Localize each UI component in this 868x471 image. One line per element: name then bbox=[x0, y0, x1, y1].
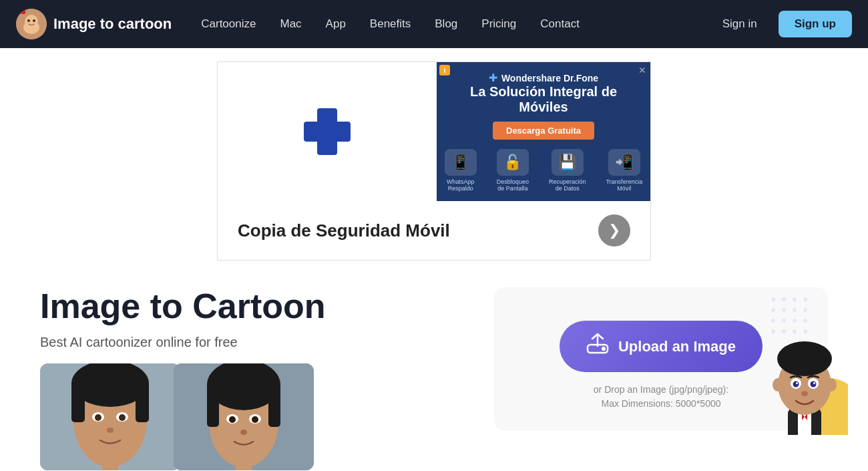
svg-point-31 bbox=[771, 297, 775, 301]
nav-item-blog[interactable]: Blog bbox=[424, 12, 468, 36]
upload-button[interactable]: Upload an Image bbox=[560, 321, 763, 372]
svg-rect-19 bbox=[102, 462, 118, 470]
svg-point-29 bbox=[240, 430, 247, 435]
ad-close-button[interactable]: ✕ bbox=[638, 65, 646, 75]
svg-point-57 bbox=[826, 378, 837, 391]
hero-images bbox=[40, 363, 467, 470]
ad-right-panel: i ✕ ✚ Wondershare Dr.Fone La Solución In… bbox=[437, 62, 650, 201]
svg-point-61 bbox=[811, 381, 817, 387]
ad-info-badge[interactable]: i bbox=[439, 65, 450, 75]
upload-hint: or Drop an Image (jpg/png/jpeg): Max Dim… bbox=[594, 383, 728, 411]
ad-icon-recovery: 💾 Recuperación de Datos bbox=[549, 149, 586, 192]
svg-point-62 bbox=[796, 382, 798, 384]
hero-photo-2 bbox=[174, 363, 314, 470]
logo-text: Image to cartoon bbox=[53, 15, 172, 33]
svg-point-55 bbox=[777, 341, 832, 376]
ad-icon-transfer: 📲 Transferencia Móvil bbox=[606, 149, 642, 192]
ad-icon-unlock: 🔓 Desbloqueo de Pantalla bbox=[497, 149, 529, 192]
svg-point-28 bbox=[252, 416, 258, 423]
svg-point-32 bbox=[782, 297, 786, 301]
nav-logo[interactable]: AI Image to cartoon bbox=[16, 9, 172, 39]
ad-icon-recovery-label: Recuperación de Datos bbox=[549, 178, 586, 192]
hero-title: Image to Cartoon bbox=[40, 287, 467, 325]
ad-arrow-button[interactable]: ❯ bbox=[598, 214, 630, 247]
svg-point-36 bbox=[782, 308, 786, 312]
svg-point-2 bbox=[25, 15, 38, 28]
svg-rect-8 bbox=[304, 122, 351, 142]
plus-icon bbox=[297, 102, 357, 162]
main-content: Image to Cartoon Best AI cartoonizer onl… bbox=[0, 267, 868, 470]
svg-rect-13 bbox=[136, 382, 149, 422]
nav-item-cartoonize[interactable]: Cartoonize bbox=[190, 12, 266, 36]
nav-item-app[interactable]: App bbox=[315, 12, 357, 36]
svg-rect-12 bbox=[71, 382, 85, 422]
svg-point-48 bbox=[602, 347, 606, 351]
ad-left-panel bbox=[218, 62, 437, 201]
ad-icon-unlock-label: Desbloqueo de Pantalla bbox=[497, 178, 529, 192]
hero-subtitle: Best AI cartoonizer online for free bbox=[40, 335, 467, 350]
ad-icon-recovery-box: 💾 bbox=[552, 149, 584, 176]
svg-point-17 bbox=[119, 414, 126, 421]
svg-point-3 bbox=[27, 19, 30, 22]
cartoon-preview bbox=[761, 321, 848, 438]
ad-icon-unlock-box: 🔓 bbox=[497, 149, 529, 176]
ad-section: i ✕ ✚ Wondershare Dr.Fone La Solución In… bbox=[0, 48, 868, 267]
svg-rect-23 bbox=[207, 383, 219, 427]
ad-icon-transfer-label: Transferencia Móvil bbox=[606, 178, 642, 192]
svg-point-56 bbox=[773, 378, 783, 391]
right-section: Upload an Image or Drop an Image (jpg/pn… bbox=[494, 287, 828, 431]
ad-title: La Solución Integral de Móviles bbox=[446, 84, 641, 115]
svg-point-34 bbox=[803, 297, 807, 301]
nav-item-contact[interactable]: Contact bbox=[529, 12, 590, 36]
svg-point-16 bbox=[95, 414, 101, 421]
ad-icon-whatsapp: 📱 WhatsApp Respaldo bbox=[445, 149, 477, 192]
ad-icon-transfer-box: 📲 bbox=[608, 149, 640, 176]
ad-icon-whatsapp-label: WhatsApp Respaldo bbox=[445, 178, 477, 192]
ad-icon-whatsapp-box: 📱 bbox=[445, 149, 477, 176]
hero-photo-1 bbox=[40, 363, 180, 470]
ad-cta-button[interactable]: Descarga Gratuita bbox=[493, 122, 594, 140]
signin-link[interactable]: Sign in bbox=[712, 12, 768, 36]
svg-point-60 bbox=[793, 381, 799, 387]
logo-avatar: AI bbox=[16, 9, 47, 39]
nav-item-pricing[interactable]: Pricing bbox=[471, 12, 527, 36]
svg-point-33 bbox=[793, 297, 797, 301]
signup-button[interactable]: Sign up bbox=[779, 11, 852, 37]
ad-brand-name: Wondershare Dr.Fone bbox=[501, 73, 598, 84]
svg-text:AI: AI bbox=[17, 10, 21, 14]
svg-point-63 bbox=[813, 382, 815, 384]
svg-point-64 bbox=[801, 391, 808, 396]
ad-banner: i ✕ ✚ Wondershare Dr.Fone La Solución In… bbox=[217, 61, 651, 261]
ad-bottom-text: Copia de Seguridad Móvil bbox=[238, 220, 450, 241]
svg-point-18 bbox=[107, 428, 114, 433]
ad-brand: ✚ Wondershare Dr.Fone bbox=[489, 71, 598, 84]
upload-button-label: Upload an Image bbox=[618, 338, 736, 355]
svg-point-37 bbox=[793, 308, 797, 312]
navbar: AI Image to cartoon Cartoonize Mac App B… bbox=[0, 0, 868, 48]
ad-icons-row: 📱 WhatsApp Respaldo 🔓 Desbloqueo de Pant… bbox=[445, 149, 642, 192]
svg-point-35 bbox=[771, 308, 775, 312]
svg-point-38 bbox=[803, 308, 807, 312]
ad-bottom-bar: Copia de Seguridad Móvil ❯ bbox=[218, 201, 650, 260]
svg-rect-24 bbox=[268, 383, 280, 427]
left-section: Image to Cartoon Best AI cartoonizer onl… bbox=[40, 287, 467, 470]
svg-rect-30 bbox=[236, 464, 252, 470]
svg-point-27 bbox=[229, 416, 236, 423]
nav-item-mac[interactable]: Mac bbox=[269, 12, 312, 36]
nav-item-benefits[interactable]: Benefits bbox=[359, 12, 421, 36]
nav-links: Cartoonize Mac App Benefits Blog Pricing… bbox=[190, 12, 706, 36]
upload-icon bbox=[586, 333, 609, 360]
svg-point-4 bbox=[33, 19, 35, 22]
